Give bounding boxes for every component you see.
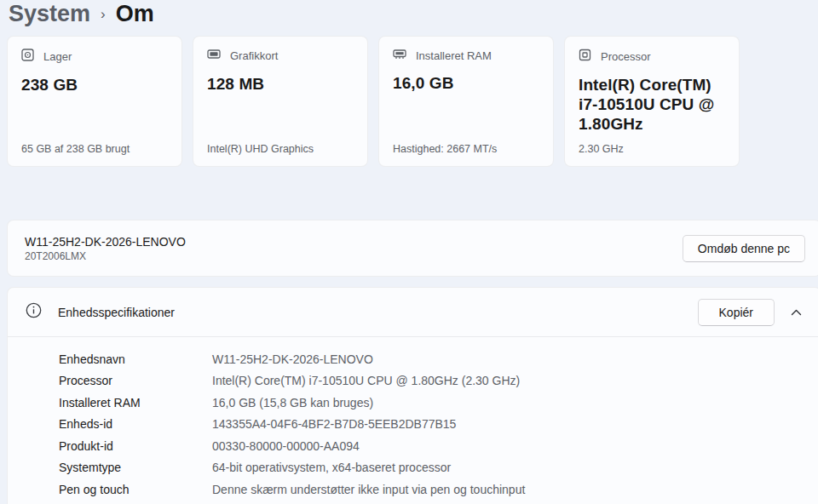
- card-ram-label: Installeret RAM: [416, 49, 492, 62]
- ram-icon: [393, 49, 406, 62]
- info-icon: [26, 302, 42, 322]
- storage-icon: [21, 49, 34, 64]
- spec-row-device-name: Enhedsnavn W11-25H2-DK-2026-LENOVO: [59, 348, 818, 370]
- cpu-icon: [579, 49, 591, 64]
- spec-row-device-id: Enheds-id 143355A4-04F6-4BF2-B7D8-5EEB2D…: [59, 414, 818, 436]
- breadcrumb-chevron-icon: ›: [101, 0, 106, 30]
- breadcrumb: System › Om: [9, 0, 154, 30]
- card-processor-footer: 2.30 GHz: [579, 143, 725, 155]
- card-storage-value: 238 GB: [21, 75, 168, 94]
- card-storage: Lager 238 GB 65 GB af 238 GB brugt: [7, 36, 182, 167]
- card-processor: Processor Intel(R) Core(TM) i7-10510U CP…: [564, 36, 740, 167]
- spec-row-pen-touch: Pen og touch Denne skærm understøtter ik…: [59, 478, 818, 501]
- spec-label: Processor: [59, 374, 212, 387]
- card-graphics-label: Grafikkort: [230, 49, 278, 62]
- breadcrumb-system[interactable]: System: [9, 0, 90, 29]
- spec-value: Denne skærm understøtter ikke input via …: [212, 483, 818, 496]
- spec-row-system-type: Systemtype 64-bit operativsystem, x64-ba…: [59, 457, 818, 479]
- card-storage-label: Lager: [43, 50, 72, 63]
- device-name: W11-25H2-DK-2026-LENOVO: [25, 235, 186, 249]
- card-graphics-value: 128 MB: [207, 74, 354, 94]
- spec-label: Enhedsnavn: [59, 352, 212, 366]
- summary-cards: Lager 238 GB 65 GB af 238 GB brugt Grafi…: [7, 36, 740, 167]
- card-graphics: Grafikkort 128 MB Intel(R) UHD Graphics: [193, 36, 368, 167]
- card-graphics-header: Grafikkort: [207, 49, 354, 63]
- card-storage-footer: 65 GB af 238 GB brugt: [21, 143, 168, 155]
- card-ram: Installeret RAM 16,0 GB Hastighed: 2667 …: [378, 36, 554, 167]
- spec-value: 16,0 GB (15,8 GB kan bruges): [212, 396, 818, 410]
- spec-value: 64-bit operativsystem, x64-baseret proce…: [212, 461, 818, 474]
- device-name-card: W11-25H2-DK-2026-LENOVO 20T2006LMX Omdøb…: [7, 220, 818, 277]
- device-specs-card: Enhedsspecifikationer Kopiér Enhedsnavn …: [7, 287, 818, 504]
- spec-label: Pen og touch: [59, 483, 212, 496]
- settings-about-page: { "breadcrumb": { "parent": "System", "s…: [0, 0, 818, 504]
- rename-pc-button[interactable]: Omdøb denne pc: [683, 235, 805, 262]
- card-graphics-footer: Intel(R) UHD Graphics: [207, 143, 354, 155]
- chevron-up-icon[interactable]: [783, 300, 809, 325]
- card-processor-label: Processor: [601, 50, 651, 63]
- spec-label: Systemtype: [59, 461, 212, 474]
- spec-row-ram: Installeret RAM 16,0 GB (15,8 GB kan bru…: [59, 392, 818, 414]
- spec-label: Enheds-id: [59, 417, 212, 431]
- card-ram-footer: Hastighed: 2667 MT/s: [393, 143, 539, 155]
- card-processor-header: Processor: [579, 49, 725, 64]
- spec-label: Installeret RAM: [59, 396, 212, 410]
- device-model: 20T2006LMX: [25, 250, 186, 262]
- card-ram-header: Installeret RAM: [393, 49, 539, 62]
- card-ram-value: 16,0 GB: [393, 73, 539, 93]
- spec-value: W11-25H2-DK-2026-LENOVO: [212, 352, 818, 366]
- spec-row-product-id: Produkt-id 00330-80000-00000-AA094: [59, 435, 818, 457]
- spec-value: 143355A4-04F6-4BF2-B7D8-5EEB2DB77B15: [212, 417, 818, 431]
- copy-button[interactable]: Kopiér: [698, 299, 775, 326]
- spec-label: Produkt-id: [59, 439, 212, 453]
- card-processor-value: Intel(R) Core(TM) i7-10510U CPU @ 1.80GH…: [579, 75, 725, 134]
- device-specs-expander[interactable]: Enhedsspecifikationer Kopiér: [8, 288, 818, 337]
- device-name-block: W11-25H2-DK-2026-LENOVO 20T2006LMX: [25, 235, 186, 262]
- spec-row-processor: Processor Intel(R) Core(TM) i7-10510U CP…: [59, 370, 818, 392]
- gpu-icon: [207, 49, 221, 63]
- spec-value: 00330-80000-00000-AA094: [212, 439, 818, 453]
- spec-value: Intel(R) Core(TM) i7-10510U CPU @ 1.80GH…: [212, 374, 818, 387]
- page-title: Om: [116, 0, 154, 29]
- card-storage-header: Lager: [21, 49, 168, 64]
- device-specs-title: Enhedsspecifikationer: [58, 306, 175, 319]
- device-specs-table: Enhedsnavn W11-25H2-DK-2026-LENOVO Proce…: [8, 337, 818, 501]
